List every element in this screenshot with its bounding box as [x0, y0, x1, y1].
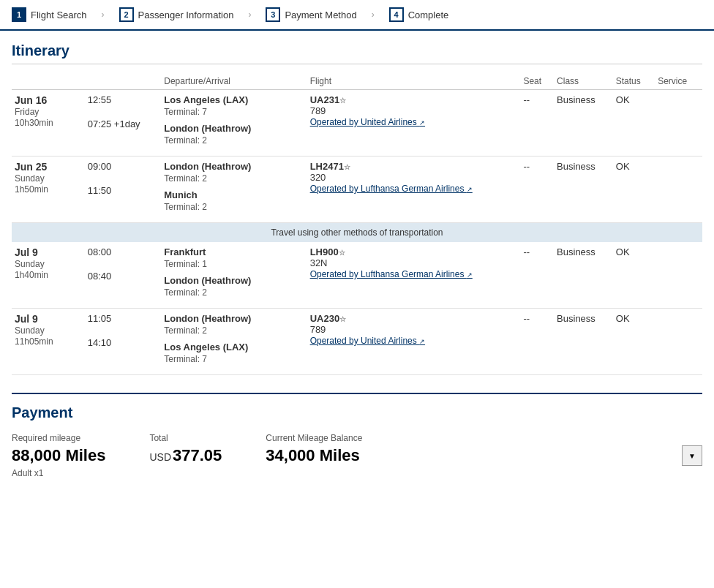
date-bold: Jun 25	[15, 161, 47, 173]
arrive-city: Los Angeles (LAX)	[164, 342, 301, 353]
progress-step-1[interactable]: 1 Flight Search	[12, 7, 87, 22]
arrive-time: 07:25 +1day	[88, 118, 156, 129]
star-icon: ☆	[344, 163, 350, 171]
flight-seat: --	[520, 242, 554, 309]
flight-number: UA230☆	[310, 313, 346, 324]
flight-seat: --	[520, 157, 554, 223]
payment-balance: Current Mileage Balance 34,000 Miles	[266, 433, 362, 465]
mileage-value: 88,000 Miles	[12, 446, 105, 464]
flight-seat: --	[520, 90, 554, 157]
step-label-1: Flight Search	[31, 10, 87, 20]
flight-status: OK	[613, 242, 655, 309]
depart-time: 09:00	[88, 161, 156, 172]
total-value: USD377.05	[149, 446, 222, 464]
flight-service	[655, 90, 702, 157]
flight-number: LH2471☆	[310, 161, 350, 172]
depart-terminal: Terminal: 2	[164, 173, 301, 184]
col-header-class: Class	[554, 73, 613, 90]
flight-duration: 1h50min	[15, 184, 48, 195]
external-link-icon: ↗	[467, 271, 473, 279]
step-number-3: 3	[266, 7, 280, 22]
payment-title: Payment	[12, 404, 702, 421]
flight-aircraft: 789	[310, 324, 515, 335]
flight-number: UA231☆	[310, 94, 346, 105]
flight-aircraft: 32N	[310, 257, 515, 268]
arrive-terminal: Terminal: 2	[164, 202, 301, 212]
star-icon: ☆	[339, 97, 346, 105]
dropdown-button[interactable]: ▼	[682, 445, 702, 466]
flight-info: UA231☆ 789 Operated by United Airlines ↗	[307, 90, 521, 157]
progress-step-4[interactable]: 4 Complete	[389, 7, 449, 22]
payment-mileage: Required mileage 88,000 Miles Adult x1	[12, 433, 105, 478]
flight-duration: 11h05min	[15, 336, 53, 347]
col-header-time	[85, 73, 162, 90]
flight-date: Jul 9 Sunday 11h05min	[12, 309, 85, 375]
depart-terminal: Terminal: 1	[164, 259, 301, 269]
payment-section: Payment Required mileage 88,000 Miles Ad…	[12, 393, 702, 478]
step-label-2: Passenger Information	[138, 10, 234, 20]
payment-dropdown[interactable]: ▼	[682, 445, 702, 466]
depart-time: 08:00	[88, 246, 156, 257]
step-number-4: 4	[389, 7, 404, 22]
arrive-city: London (Heathrow)	[164, 275, 301, 286]
star-icon: ☆	[339, 249, 345, 257]
flight-class: Business	[554, 157, 613, 223]
progress-bar: 1 Flight Search › 2 Passenger Informatio…	[0, 0, 714, 31]
external-link-icon: ↗	[467, 186, 473, 193]
total-label: Total	[149, 433, 222, 443]
flight-times: 12:55 07:25 +1day	[85, 90, 162, 157]
flight-duration: 10h30min	[15, 118, 53, 128]
flight-service	[655, 157, 702, 223]
arrive-terminal: Terminal: 2	[164, 287, 301, 298]
col-header-date	[12, 73, 85, 90]
payment-adult: Adult x1	[12, 468, 105, 478]
depart-city: London (Heathrow)	[164, 161, 301, 172]
flight-times: 09:00 11:50	[85, 157, 162, 223]
star-icon: ☆	[339, 315, 346, 323]
flight-class: Business	[554, 90, 613, 157]
arrive-time: 14:10	[88, 337, 156, 348]
flight-info: LH2471☆ 320 Operated by Lufthansa German…	[307, 157, 521, 223]
depart-city: Los Angeles (LAX)	[164, 94, 301, 105]
total-amount: 377.05	[173, 446, 222, 464]
flight-cities: London (Heathrow) Terminal: 2 Los Angele…	[161, 309, 307, 375]
depart-terminal: Terminal: 7	[164, 107, 301, 117]
depart-terminal: Terminal: 2	[164, 325, 301, 336]
progress-step-2[interactable]: 2 Passenger Information	[119, 7, 234, 22]
progress-step-3[interactable]: 3 Payment Method	[266, 7, 356, 22]
operator-link[interactable]: Operated by Lufthansa German Airlines ↗	[310, 184, 473, 194]
depart-city: Frankfurt	[164, 246, 301, 257]
mileage-label: Required mileage	[12, 433, 105, 443]
flight-status: OK	[613, 90, 655, 157]
flight-cities: Frankfurt Terminal: 1 London (Heathrow) …	[161, 242, 307, 309]
operator-link[interactable]: Operated by Lufthansa German Airlines ↗	[310, 269, 473, 279]
itinerary-title: Itinerary	[12, 42, 702, 64]
step-number-1: 1	[12, 7, 26, 22]
external-link-icon: ↗	[419, 338, 425, 345]
flight-class: Business	[554, 242, 613, 309]
external-link-icon: ↗	[419, 119, 425, 127]
flight-day: Sunday	[15, 325, 45, 336]
flight-day: Sunday	[15, 173, 45, 184]
table-row: Jun 16 Friday 10h30min 12:55 07:25 +1day…	[12, 90, 702, 157]
depart-time: 11:05	[88, 313, 156, 324]
operator-link[interactable]: Operated by United Airlines ↗	[310, 336, 425, 346]
payment-row: Required mileage 88,000 Miles Adult x1 T…	[12, 433, 702, 478]
date-bold: Jul 9	[15, 313, 38, 325]
step-label-3: Payment Method	[285, 10, 356, 20]
flight-duration: 1h40min	[15, 270, 48, 280]
step-label-4: Complete	[408, 10, 449, 20]
arrive-time: 08:40	[88, 271, 156, 282]
col-header-flight: Flight	[307, 73, 521, 90]
col-header-service: Service	[655, 73, 702, 90]
operator-link[interactable]: Operated by United Airlines ↗	[310, 117, 425, 127]
flight-info: LH900☆ 32N Operated by Lufthansa German …	[307, 242, 521, 309]
flight-info: UA230☆ 789 Operated by United Airlines ↗	[307, 309, 521, 375]
depart-city: London (Heathrow)	[164, 313, 301, 324]
flight-cities: London (Heathrow) Terminal: 2 Munich Ter…	[161, 157, 307, 223]
flight-seat: --	[520, 309, 554, 375]
col-header-departure: Departure/Arrival	[161, 73, 307, 90]
flight-day: Friday	[15, 107, 39, 117]
col-header-status: Status	[613, 73, 655, 90]
flight-date: Jun 16 Friday 10h30min	[12, 90, 85, 157]
